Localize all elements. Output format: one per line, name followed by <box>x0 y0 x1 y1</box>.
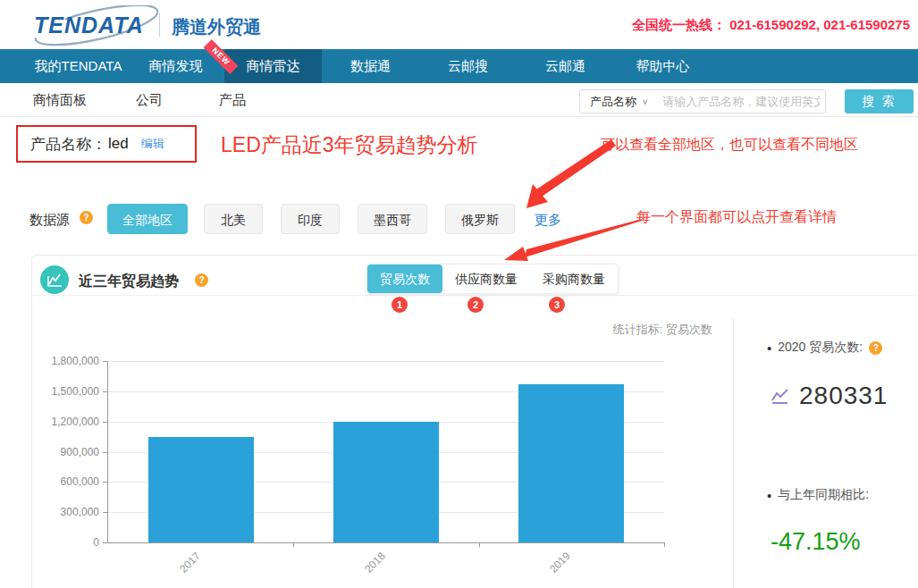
panel-title: 近三年贸易趋势 <box>79 273 179 291</box>
x-axis-tick <box>664 542 665 547</box>
statistic-indicator-label: 统计指标: 贸易次数 <box>536 322 712 338</box>
nav-item-datapass[interactable]: 数据通 <box>322 49 419 83</box>
chart-bar-2018[interactable] <box>333 422 439 542</box>
chart-bar-2017[interactable] <box>148 437 254 542</box>
search-input[interactable] <box>655 95 827 108</box>
logo-text: TENDATA <box>34 13 144 38</box>
search-category-select[interactable]: 产品名称 <box>580 94 642 110</box>
nav-item-radar[interactable]: 商情雷达 <box>224 49 322 83</box>
region-tab-north-america[interactable]: 北美 <box>204 204 263 234</box>
more-regions-link[interactable]: 更多 <box>535 212 561 229</box>
region-tab-russia[interactable]: 俄罗斯 <box>445 204 515 234</box>
stat-2020-row: • 2020 贸易次数: ? <box>767 340 882 356</box>
y-axis-tick <box>103 422 108 423</box>
card-header-divider <box>32 295 918 296</box>
step-marker-3: 3 <box>549 297 565 313</box>
x-axis-tick <box>293 542 294 547</box>
mini-trend-icon <box>771 387 790 405</box>
y-axis-label: 1,200,000 <box>8 416 99 428</box>
bullet-icon: • <box>767 488 771 503</box>
product-name-box: 产品名称： led 编辑 <box>16 125 197 163</box>
subnav-item-product[interactable]: 产品 <box>219 92 246 109</box>
datasource-label: 数据源 <box>29 212 70 229</box>
tab-supplier-count[interactable]: 供应商数量 <box>442 265 530 293</box>
nav-item-help-center[interactable]: 帮助中心 <box>614 49 712 83</box>
y-axis-tick <box>103 452 108 453</box>
chart-bar-2019[interactable] <box>518 384 624 542</box>
logo-divider <box>159 13 160 37</box>
tendata-logo[interactable]: TENDATA <box>27 5 165 46</box>
y-axis-label: 1,500,000 <box>8 385 99 398</box>
stat-yoy-row: • 与上年同期相比: <box>767 487 869 503</box>
tab-buyer-count[interactable]: 采购商数量 <box>530 265 618 293</box>
trend-chart-icon <box>40 265 69 294</box>
y-axis-tick <box>103 391 108 392</box>
y-axis-tick <box>103 482 108 483</box>
region-tab-all[interactable]: 全部地区 <box>107 204 188 234</box>
page: TENDATA 腾道外贸通 全国统一热线： 021-61590292, 021-… <box>0 0 918 588</box>
subnav-item-dashboard[interactable]: 商情面板 <box>33 92 87 109</box>
annotation-headline: LED产品近3年贸易趋势分析 <box>221 131 478 159</box>
search-button[interactable]: 搜 索 <box>845 89 914 113</box>
step-marker-2: 2 <box>467 297 484 313</box>
stat-yoy-value: -47.15% <box>771 528 861 556</box>
y-axis-label: 900,000 <box>8 446 99 458</box>
region-tab-india[interactable]: 印度 <box>281 204 340 234</box>
nav-item-my-tendata[interactable]: 我的TENDATA <box>29 49 127 83</box>
stat-2020-label: 2020 贸易次数: <box>778 340 863 356</box>
nav-item-cloud-mail[interactable]: 云邮通 <box>517 49 614 83</box>
help-icon[interactable]: ? <box>80 211 93 224</box>
search-box: 产品名称 ∨ <box>579 89 826 113</box>
chevron-down-icon[interactable]: ∨ <box>642 97 648 106</box>
edit-link[interactable]: 编辑 <box>141 136 164 152</box>
stat-2020-value: 280331 <box>799 382 888 410</box>
y-axis-tick <box>103 512 108 513</box>
product-name-value: led <box>108 135 129 153</box>
gridline <box>108 361 664 362</box>
y-axis-label: 600,000 <box>8 475 99 488</box>
y-axis-label: 1,800,000 <box>8 355 99 367</box>
main-nav: 我的TENDATA 商情发现 商情雷达 数据通 云邮搜 云邮通 帮助中心 <box>0 49 918 83</box>
help-icon[interactable]: ? <box>195 273 208 287</box>
step-marker-1: 1 <box>392 297 408 313</box>
annotation-regions-note: 可以查看全部地区，也可以查看不同地区 <box>601 136 858 155</box>
x-axis-tick <box>479 542 480 547</box>
help-icon[interactable]: ? <box>869 341 882 355</box>
product-name-label: 产品名称： <box>30 134 106 155</box>
y-axis-tick <box>103 361 108 362</box>
nav-item-cloud-mail-search[interactable]: 云邮搜 <box>419 49 517 83</box>
y-axis-label: 0 <box>8 536 99 549</box>
annotation-detail-note: 每一个界面都可以点开查看详情 <box>636 208 837 227</box>
gridline <box>108 542 664 543</box>
region-tab-mexico[interactable]: 墨西哥 <box>358 204 427 234</box>
bullet-icon: • <box>767 340 771 356</box>
trade-trend-bar-chart: 0300,000600,000900,0001,200,0001,500,000… <box>107 361 664 542</box>
stats-divider <box>733 318 734 588</box>
metric-tabs: 贸易次数 供应商数量 采购商数量 <box>366 264 619 294</box>
brand-name: 腾道外贸通 <box>172 15 261 39</box>
stat-yoy-label: 与上年同期相比: <box>778 487 869 503</box>
stat-2020-value-row: 280331 <box>771 382 888 410</box>
y-axis-tick <box>103 542 108 543</box>
hotline-text: 全国统一热线： 021-61590292, 021-61590275 <box>632 17 910 34</box>
y-axis-label: 300,000 <box>8 506 99 518</box>
subnav-item-company[interactable]: 公司 <box>136 92 163 109</box>
tab-trade-count[interactable]: 贸易次数 <box>367 265 442 293</box>
